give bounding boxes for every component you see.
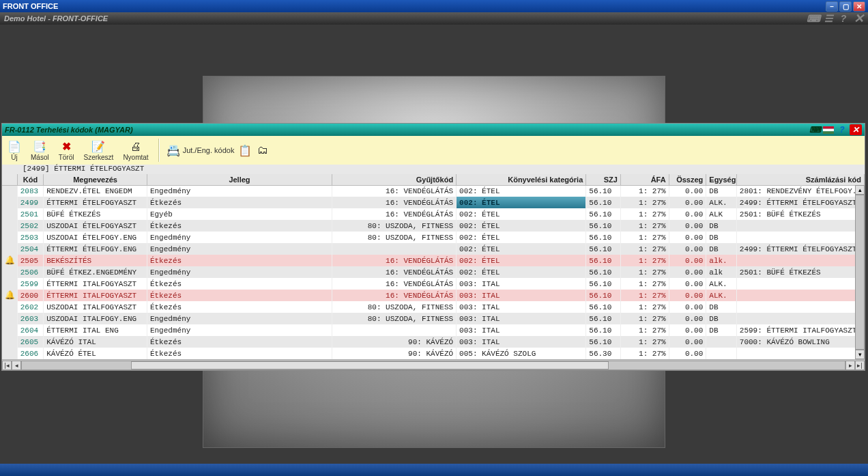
cell-szamlazasi[interactable]: 2499: ÉTTERMI ÉTELFOGYASZT <box>736 197 864 208</box>
help-icon[interactable]: ? <box>838 13 849 24</box>
cell-afa[interactable]: 1: 27% <box>620 208 669 220</box>
cell-egyseg[interactable]: ALK <box>706 208 737 220</box>
cell-kod[interactable]: 2605 <box>17 336 43 348</box>
table-row[interactable]: 🔔2505BEKÉSZÍTÉSÉtkezés16: VENDÉGLÁTÁS002… <box>2 255 865 266</box>
cell-megnevezes[interactable]: ÉTTERMI ITAL ENG <box>44 324 147 336</box>
cell-szamlazasi[interactable]: 2501: BÜFÉ ÉTKEZÉS <box>736 266 864 278</box>
table-row[interactable]: 2606KÁVÉZÓ ÉTELÉtkezés90: KÁVÉZÓ005: KÁV… <box>2 348 865 359</box>
cell-konyvelesi[interactable]: 002: ÉTEL <box>457 220 586 232</box>
cell-megnevezes[interactable]: USZODAI ÉTELFOGYASZT <box>44 220 147 232</box>
cell-szj[interactable]: 56.10 <box>586 232 621 243</box>
cell-osszeg[interactable]: 0.00 <box>669 255 706 266</box>
cell-konyvelesi[interactable]: 003: ITAL <box>457 336 586 348</box>
cell-afa[interactable]: 1: 27% <box>620 243 669 255</box>
dialog-close-icon[interactable]: ✕ <box>850 124 862 135</box>
cell-szamlazasi[interactable] <box>736 220 864 232</box>
cell-gyujtokod[interactable]: 16: VENDÉGLÁTÁS <box>332 185 457 197</box>
cell-afa[interactable]: 1: 27% <box>620 255 669 266</box>
cell-konyvelesi[interactable]: 002: ÉTEL <box>457 243 586 255</box>
cell-jelleg[interactable]: Egyéb <box>147 208 332 220</box>
cell-kod[interactable]: 2083 <box>17 185 43 197</box>
table-row[interactable]: 2604ÉTTERMI ITAL ENGEngedmény003: ITAL56… <box>2 324 865 336</box>
cell-osszeg[interactable]: 0.00 <box>669 243 706 255</box>
cell-konyvelesi[interactable]: 002: ÉTEL <box>457 208 586 220</box>
cell-szamlazasi[interactable]: 2801: RENDEZVÉNY ÉTELFOGY. <box>736 185 864 197</box>
cell-egyseg[interactable]: DB <box>706 232 737 243</box>
cell-megnevezes[interactable]: USZODAI ITALFOGY.ENG <box>44 313 147 324</box>
col-osszeg[interactable]: Összeg <box>669 174 706 185</box>
cell-egyseg[interactable]: DB <box>706 220 737 232</box>
cell-jelleg[interactable]: Étkezés <box>147 290 332 301</box>
cell-gyujtokod[interactable]: 80: USZODA, FITNESS <box>332 313 457 324</box>
cell-kod[interactable]: 2506 <box>17 266 43 278</box>
cell-gyujtokod[interactable]: 16: VENDÉGLÁTÁS <box>332 290 457 301</box>
table-row[interactable]: 2599ÉTTERMI ITALFOGYASZTÉtkezés16: VENDÉ… <box>2 278 865 290</box>
cell-jelleg[interactable]: Engedmény <box>147 243 332 255</box>
cell-afa[interactable]: 1: 27% <box>620 324 669 336</box>
cell-konyvelesi[interactable]: 003: ITAL <box>457 313 586 324</box>
cell-konyvelesi[interactable]: 003: ITAL <box>457 301 586 313</box>
cell-egyseg[interactable]: DB <box>706 243 737 255</box>
list-button[interactable]: 📋 <box>238 143 252 157</box>
cell-egyseg[interactable]: ALK. <box>706 290 737 301</box>
cell-szj[interactable]: 56.30 <box>586 348 621 359</box>
hscroll-track[interactable] <box>21 361 845 370</box>
dialog-titlebar[interactable]: FR-0112 Terhelési kódok (MAGYAR) ⌨ ? ✕ <box>2 124 865 136</box>
cell-megnevezes[interactable]: BEKÉSZÍTÉS <box>44 255 147 266</box>
table-row[interactable]: 2605KÁVÉZÓ ITALÉtkezés90: KÁVÉZÓ003: ITA… <box>2 336 865 348</box>
cell-jelleg[interactable]: Engedmény <box>147 266 332 278</box>
cell-osszeg[interactable]: 0.00 <box>669 290 706 301</box>
cell-afa[interactable]: 1: 27% <box>620 185 669 197</box>
cell-gyujtokod[interactable]: 80: USZODA, FITNESS <box>332 220 457 232</box>
scroll-last-button[interactable]: ▸| <box>855 361 865 370</box>
cell-kod[interactable]: 2600 <box>17 290 43 301</box>
scroll-left-button[interactable]: ◂ <box>12 361 21 370</box>
cell-osszeg[interactable]: 0.00 <box>669 348 706 359</box>
cell-megnevezes[interactable]: ÉTTERMI ITALFOGYASZT <box>44 290 147 301</box>
print-button[interactable]: 🖨 Nyomtat <box>120 139 151 163</box>
cell-egyseg[interactable] <box>706 348 737 359</box>
action-button[interactable]: 🗂 <box>256 143 270 157</box>
cell-egyseg[interactable]: alk. <box>706 255 737 266</box>
cell-megnevezes[interactable]: BÜFÉ ÉTKEZ.ENGEDMÉNY <box>44 266 147 278</box>
cell-jelleg[interactable]: Étkezés <box>147 336 332 348</box>
cell-osszeg[interactable]: 0.00 <box>669 208 706 220</box>
cell-szj[interactable]: 56.10 <box>586 220 621 232</box>
cell-osszeg[interactable]: 0.00 <box>669 278 706 290</box>
table-row[interactable]: 2502USZODAI ÉTELFOGYASZTÉtkezés80: USZOD… <box>2 220 865 232</box>
dialog-keyboard-icon[interactable]: ⌨ <box>809 124 821 135</box>
cell-szj[interactable]: 56.10 <box>586 208 621 220</box>
cell-jelleg[interactable]: Étkezés <box>147 255 332 266</box>
cell-jelleg[interactable]: Engedmény <box>147 232 332 243</box>
col-szj[interactable]: SZJ <box>586 174 621 185</box>
col-egyseg[interactable]: Egység <box>706 174 737 185</box>
cell-szamlazasi[interactable] <box>736 290 864 301</box>
table-row[interactable]: 2504ÉTTERMI ÉTELFOGY.ENGEngedmény002: ÉT… <box>2 243 865 255</box>
cell-megnevezes[interactable]: KÁVÉZÓ ITAL <box>44 336 147 348</box>
cell-konyvelesi[interactable]: 005: KÁVÉZÓ SZOLG <box>457 348 586 359</box>
cell-szamlazasi[interactable] <box>736 278 864 290</box>
table-row[interactable]: 2602USZODAI ITALFOGYASZTÉtkezés80: USZOD… <box>2 301 865 313</box>
table-row[interactable]: 2083RENDEZV.ÉTEL ENGEDMEngedmény16: VEND… <box>2 185 865 197</box>
cell-gyujtokod[interactable] <box>332 243 457 255</box>
cell-kod[interactable]: 2503 <box>17 232 43 243</box>
vscroll-track[interactable] <box>855 195 865 350</box>
cell-afa[interactable]: 1: 27% <box>620 278 669 290</box>
cell-kod[interactable]: 2504 <box>17 243 43 255</box>
horizontal-scrollbar[interactable]: |◂ ◂ ▸ ▸| <box>2 359 865 370</box>
menu-icon[interactable]: ☰ <box>823 13 834 24</box>
cell-jelleg[interactable]: Étkezés <box>147 278 332 290</box>
cell-szamlazasi[interactable]: 2499: ÉTTERMI ÉTELFOGYASZT <box>736 243 864 255</box>
maximize-button[interactable]: ▢ <box>839 1 852 12</box>
scroll-right-button[interactable]: ▸ <box>845 361 855 370</box>
cell-egyseg[interactable]: ALK. <box>706 197 737 208</box>
cell-szj[interactable]: 56.10 <box>586 266 621 278</box>
hscroll-thumb[interactable] <box>131 361 609 369</box>
cell-szj[interactable]: 56.10 <box>586 278 621 290</box>
cell-konyvelesi[interactable]: 003: ITAL <box>457 324 586 336</box>
cell-megnevezes[interactable]: ÉTTERMI ITALFOGYASZT <box>44 278 147 290</box>
cell-megnevezes[interactable]: ÉTTERMI ÉTELFOGYASZT <box>44 197 147 208</box>
keyboard-icon[interactable]: ⌨ <box>808 13 819 24</box>
cell-szj[interactable]: 56.10 <box>586 290 621 301</box>
cell-afa[interactable]: 1: 27% <box>620 336 669 348</box>
